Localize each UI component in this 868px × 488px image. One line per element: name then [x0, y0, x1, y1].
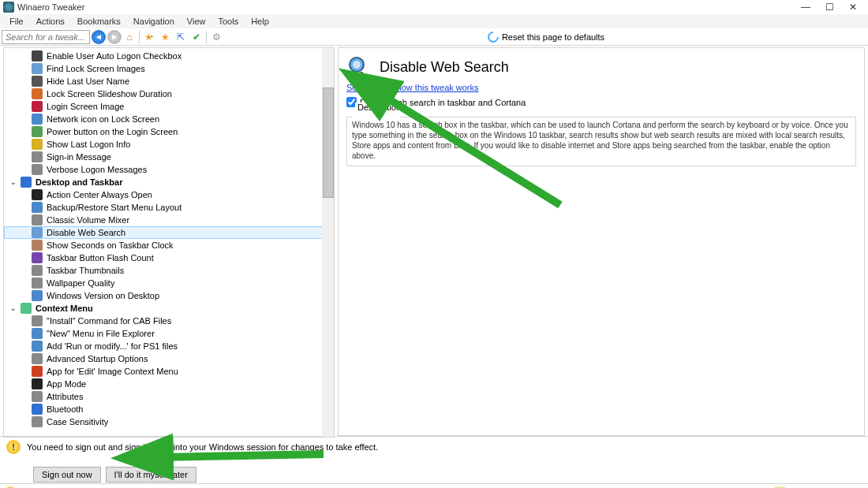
detail-link[interactable]: See in detail how this tweak works — [346, 83, 479, 92]
tree-item-icon — [31, 378, 43, 390]
import-export-icon[interactable]: ⇱ — [174, 30, 188, 44]
tree-item[interactable]: Bluetooth — [4, 403, 334, 415]
notice-text: You need to sign out and sign in back in… — [27, 442, 378, 452]
tree-item[interactable]: Show Seconds on Taskbar Clock — [4, 239, 334, 251]
menu-actions[interactable]: Actions — [30, 17, 71, 26]
description-text: Windows 10 has a search box in the taskb… — [352, 120, 851, 161]
menu-help[interactable]: Help — [245, 17, 275, 26]
tree-item-label: Action Center Always Open — [47, 190, 152, 199]
tree-item[interactable]: App Mode — [4, 378, 334, 390]
content-pane: Disable Web Search See in detail how thi… — [338, 47, 865, 436]
tree-item[interactable]: Action Center Always Open — [4, 188, 334, 201]
menubar: FileActionsBookmarksNavigationViewToolsH… — [0, 14, 868, 28]
tree-group[interactable]: ⌄Desktop and Taskbar — [4, 176, 334, 188]
tree-item-icon — [31, 289, 43, 302]
svg-point-1 — [353, 61, 361, 69]
tree-item[interactable]: Find Lock Screen Images — [4, 62, 334, 75]
tree-item-icon — [31, 340, 43, 352]
tree-item-icon — [31, 352, 43, 365]
tree-item-icon — [31, 365, 43, 378]
tree-item-label: App Mode — [47, 379, 86, 389]
tree-item[interactable]: Taskbar Thumbnails — [4, 264, 334, 277]
scrollbar-thumb[interactable] — [323, 88, 334, 198]
tree-item-label: Case Sensitivity — [47, 417, 108, 427]
tree-item-icon — [31, 277, 43, 289]
tree-item[interactable]: "Install" Command for CAB Files — [4, 315, 334, 327]
tree-group-label: Context Menu — [36, 304, 93, 313]
tree-item[interactable]: Add 'Run or modify...' for PS1 files — [4, 340, 334, 352]
menu-tools[interactable]: Tools — [211, 17, 245, 26]
tree-item-icon — [31, 75, 43, 88]
tree-item[interactable]: Classic Volume Mixer — [4, 214, 334, 226]
tree-item-icon — [31, 214, 43, 226]
minimize-button[interactable]: — — [794, 0, 817, 14]
warning-icon: ! — [6, 440, 21, 454]
sign-out-button[interactable]: Sign out now — [33, 467, 101, 482]
notice-bar: ! You need to sign out and sign in back … — [0, 436, 868, 483]
content-icon — [346, 54, 372, 80]
tree-item-label: Show Seconds on Taskbar Clock — [47, 240, 174, 250]
menu-bookmarks[interactable]: Bookmarks — [71, 17, 127, 26]
settings-icon[interactable]: ⚙ — [209, 30, 223, 44]
favorite-add-icon[interactable]: ★+ — [142, 30, 156, 44]
description-box: Description Windows 10 has a search box … — [346, 112, 856, 166]
tree-group[interactable]: ⌄Context Menu — [4, 302, 334, 315]
menu-file[interactable]: File — [3, 17, 30, 26]
titlebar: Winaero Tweaker — ☐ ✕ — [0, 0, 868, 14]
tree-item[interactable]: Login Screen Image — [4, 100, 334, 113]
tree-item-icon — [31, 100, 43, 113]
tree-item[interactable]: Windows Version on Desktop — [4, 289, 334, 302]
tree-item[interactable]: Sign-in Message — [4, 151, 334, 163]
description-label: Description — [355, 102, 403, 112]
chevron-down-icon[interactable]: ⌄ — [10, 178, 17, 186]
tree-item[interactable]: Verbose Logon Messages — [4, 163, 334, 176]
tree-item[interactable]: Backup/Restore Start Menu Layout — [4, 201, 334, 214]
tree-item[interactable]: Case Sensitivity — [4, 415, 334, 428]
tree-item[interactable]: Power button on the Login Screen — [4, 125, 334, 138]
menu-view[interactable]: View — [181, 17, 212, 26]
tree-item[interactable]: Attributes — [4, 390, 334, 403]
chevron-down-icon[interactable]: ⌄ — [10, 304, 17, 312]
app-icon — [3, 2, 14, 13]
tree-item[interactable]: Network icon on Lock Screen — [4, 113, 334, 125]
tree-item-label: App for 'Edit' Image Context Menu — [47, 367, 178, 376]
tree-item-icon — [31, 315, 43, 327]
reset-link[interactable]: Reset this page to defaults — [502, 32, 604, 42]
favorite-icon[interactable]: ★ — [158, 30, 172, 44]
tree-item[interactable]: Lock Screen Slideshow Duration — [4, 88, 334, 100]
tree-item-icon — [31, 403, 43, 415]
tree-item-label: Taskbar Button Flash Count — [47, 253, 154, 263]
home-icon[interactable]: ⌂ — [122, 30, 137, 44]
tree-item[interactable]: Enable User Auto Logon Checkbox — [4, 50, 334, 62]
search-input[interactable] — [2, 30, 90, 44]
tree-item[interactable]: "New" Menu in File Explorer — [4, 327, 334, 340]
window-title: Winaero Tweaker — [17, 2, 84, 12]
later-button[interactable]: I'll do it myself later — [106, 467, 196, 482]
tree-item[interactable]: Wallpaper Quality — [4, 277, 334, 289]
tree-item-label: Show Last Logon Info — [47, 140, 130, 149]
tree-item[interactable]: Disable Web Search — [4, 226, 334, 239]
tree-item-icon — [31, 125, 43, 138]
tree-item-label: Lock Screen Slideshow Duration — [47, 89, 172, 99]
tree-item[interactable]: Hide Last User Name — [4, 75, 334, 88]
nav-back-button[interactable]: ◄ — [92, 30, 106, 44]
tree-item-label: Sign-in Message — [47, 152, 111, 162]
tree-item[interactable]: Taskbar Button Flash Count — [4, 251, 334, 264]
tree-item[interactable]: Show Last Logon Info — [4, 138, 334, 151]
nav-forward-button[interactable]: ► — [107, 30, 122, 44]
toolbar: ◄ ► ⌂ ★+ ★ ⇱ ✔ ⚙ Reset this page to defa… — [0, 28, 868, 46]
tree-item[interactable]: App for 'Edit' Image Context Menu — [4, 365, 334, 378]
maximize-button[interactable]: ☐ — [817, 0, 841, 14]
tree-item-label: Disable Web Search — [47, 228, 125, 237]
tree-item-label: Advanced Startup Options — [47, 354, 148, 363]
tree-item-label: Add 'Run or modify...' for PS1 files — [47, 341, 178, 351]
tree-pane[interactable]: Enable User Auto Logon CheckboxFind Lock… — [3, 47, 335, 438]
tree-item-label: Wallpaper Quality — [47, 278, 114, 288]
apply-icon[interactable]: ✔ — [189, 30, 204, 44]
tree-item[interactable]: Advanced Startup Options — [4, 352, 334, 365]
close-button[interactable]: ✕ — [841, 0, 865, 14]
tree-item-icon — [31, 138, 43, 151]
menu-navigation[interactable]: Navigation — [127, 17, 181, 26]
tree-item-label: Classic Volume Mixer — [47, 215, 129, 225]
tree-item-label: "Install" Command for CAB Files — [47, 316, 171, 326]
